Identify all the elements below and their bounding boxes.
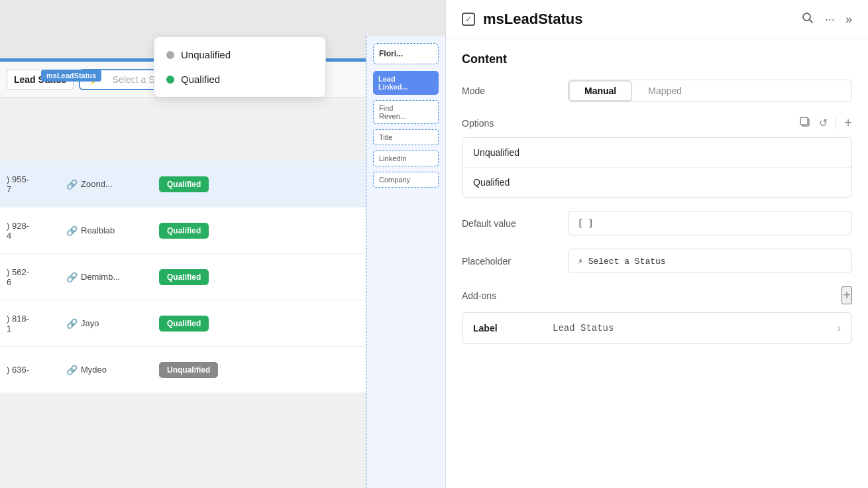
link-icon: 🔗 (66, 225, 78, 236)
link-icon: 🔗 (66, 318, 78, 329)
placeholder-input-container (568, 249, 852, 273)
ms-lead-status-badge[interactable]: msLeadStatus (41, 70, 101, 82)
unqualified-dot (166, 51, 174, 59)
add-addon-button[interactable]: + (841, 286, 852, 304)
row-phone: ) 818-1 (7, 314, 66, 334)
placeholder-input[interactable] (568, 249, 852, 273)
options-icon-divider (836, 117, 836, 129)
status-badge-qualified: Qualified (159, 316, 209, 332)
status-badge-qualified: Qualified (159, 269, 209, 285)
section-content-title: Content (462, 52, 852, 66)
options-label: Options (462, 118, 799, 129)
mode-toggle: Manual Mapped (568, 80, 852, 102)
svg-rect-3 (800, 117, 808, 125)
company-name: Realblab (81, 225, 115, 235)
search-icon (801, 11, 814, 25)
row-company: 🔗 Demimb... (66, 272, 159, 282)
svg-line-1 (809, 19, 812, 23)
row-phone: ) 636- (7, 365, 66, 375)
copy-options-button[interactable] (799, 116, 811, 131)
dropdown-item-qualified[interactable]: Qualified (154, 67, 325, 91)
dropdown-menu: Unqualified Qualified (154, 36, 326, 97)
header-icons: ··· » (801, 11, 852, 28)
preview-btn-lead: LeadLinked... (373, 71, 439, 95)
options-action-icons: ↺ + (799, 115, 852, 131)
default-value-field-row: Default value (462, 211, 852, 235)
qualified-dot (166, 76, 174, 84)
placeholder-label: Placeholder (462, 256, 568, 267)
row-phone: ) 928-4 (7, 221, 66, 241)
mode-manual-button[interactable]: Manual (569, 80, 632, 101)
panel-title: msLeadStatus (483, 11, 793, 28)
link-icon: 🔗 (66, 272, 78, 282)
mode-field-row: Mode Manual Mapped (462, 80, 852, 102)
preview-field-company: Company (373, 172, 439, 188)
addons-header: Add-ons + (462, 286, 852, 304)
company-name: Zoond... (81, 179, 113, 189)
status-badge-qualified: Qualified (159, 176, 209, 192)
mode-toggle-container: Manual Mapped (568, 80, 852, 102)
row-company: 🔗 Mydeo (66, 365, 159, 375)
left-panel: Lead Status ⚡ Select a Statu ∧ msLeadSta… (0, 0, 445, 488)
mode-label: Mode (462, 86, 568, 96)
more-options-button[interactable]: ··· (825, 13, 835, 27)
dropdown-item-unqualified[interactable]: Unqualified (154, 42, 325, 67)
addon-chevron-icon: › (838, 322, 841, 334)
addons-label: Add-ons (462, 290, 841, 301)
refresh-options-button[interactable]: ↺ (819, 117, 828, 129)
status-badge-unqualified: Unqualified (159, 362, 218, 378)
add-option-button[interactable]: + (844, 115, 852, 131)
preview-field-linkedin: LinkedIn (373, 151, 439, 166)
row-company: 🔗 Jayo (66, 318, 159, 329)
header-checkbox[interactable]: ✓ (462, 13, 475, 26)
preview-field-title: Title (373, 129, 439, 145)
preview-field-find: FindReven... (373, 100, 439, 124)
default-value-input-container (568, 211, 852, 235)
option-item-qualified[interactable]: Qualified (462, 168, 851, 197)
status-badge-qualified: Qualified (159, 223, 209, 239)
dropdown-label-qualified: Qualified (181, 74, 220, 85)
company-name: Mydeo (81, 365, 107, 375)
company-name: Demimb... (81, 272, 120, 282)
row-phone: ) 955-7 (7, 174, 66, 194)
preview-card-flori: Flori... (373, 43, 439, 64)
options-header: Options ↺ + (462, 115, 852, 131)
row-phone: ) 562-6 (7, 267, 66, 287)
right-panel-body: Content Mode Manual Mapped Options (446, 39, 868, 488)
default-value-label: Default value (462, 218, 568, 229)
addon-label-item[interactable]: Label Lead Status › (462, 312, 852, 344)
options-list: Unqualified Qualified (462, 137, 852, 198)
link-icon: 🔗 (66, 365, 78, 375)
checkbox-check-icon: ✓ (465, 15, 472, 24)
right-preview-panel: Flori... LeadLinked... FindReven... Titl… (366, 36, 445, 488)
link-icon: 🔗 (66, 179, 78, 190)
row-company: 🔗 Zoond... (66, 179, 159, 190)
addon-label-value: Lead Status (553, 323, 838, 334)
right-panel-header: ✓ msLeadStatus ··· » (446, 0, 868, 39)
option-item-unqualified[interactable]: Unqualified (462, 138, 851, 168)
copy-icon (799, 116, 811, 128)
row-company: 🔗 Realblab (66, 225, 159, 236)
dropdown-label-unqualified: Unqualified (181, 49, 231, 60)
right-panel: ✓ msLeadStatus ··· » Content Mode Manual… (445, 0, 868, 488)
search-button[interactable] (801, 11, 814, 28)
mode-mapped-button[interactable]: Mapped (632, 80, 698, 101)
expand-button[interactable]: » (845, 13, 852, 27)
default-value-input[interactable] (568, 211, 852, 235)
preview-card-title: Flori... (379, 49, 433, 58)
addon-label-name: Label (473, 323, 553, 334)
placeholder-field-row: Placeholder (462, 249, 852, 273)
company-name: Jayo (81, 318, 99, 328)
